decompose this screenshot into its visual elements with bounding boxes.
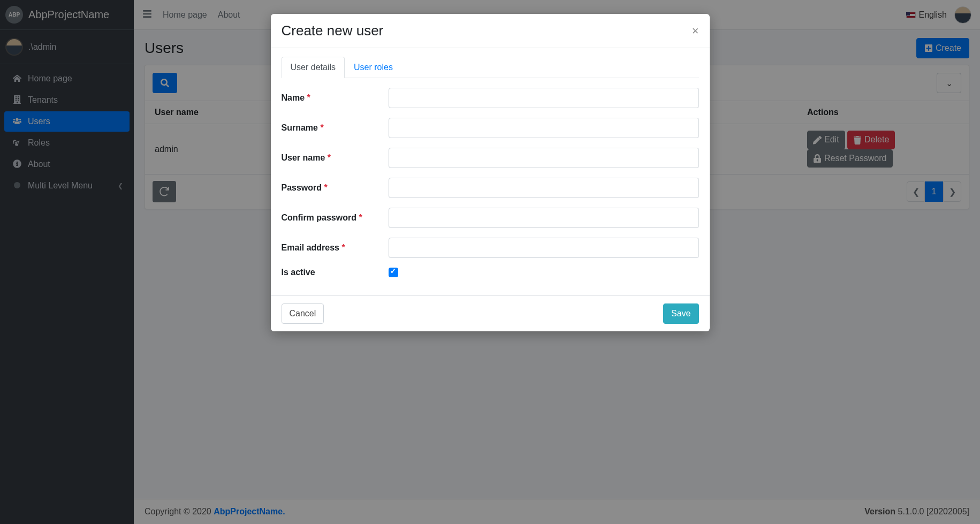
is-active-checkbox[interactable] [389,268,398,277]
label-is-active: Is active [282,268,389,277]
label-password: Password * [282,183,389,193]
name-input[interactable] [389,88,699,108]
label-surname: Surname * [282,123,389,133]
create-user-modal: Create new user × User details User role… [271,14,710,331]
cancel-button[interactable]: Cancel [282,303,324,324]
modal-tabs: User details User roles [282,57,699,78]
label-email: Email address * [282,243,389,253]
tab-user-details[interactable]: User details [282,57,345,78]
tab-user-roles[interactable]: User roles [345,57,402,78]
modal-close-button[interactable]: × [692,25,699,37]
close-icon: × [692,24,699,37]
email-input[interactable] [389,238,699,258]
label-name: Name * [282,93,389,103]
modal-title: Create new user [282,22,384,39]
surname-input[interactable] [389,118,699,138]
modal-backdrop[interactable]: Create new user × User details User role… [0,0,980,524]
confirm-password-input[interactable] [389,208,699,228]
save-button[interactable]: Save [663,303,698,324]
username-input[interactable] [389,148,699,168]
label-username: User name * [282,153,389,163]
label-confirm-password: Confirm password * [282,213,389,223]
password-input[interactable] [389,178,699,198]
